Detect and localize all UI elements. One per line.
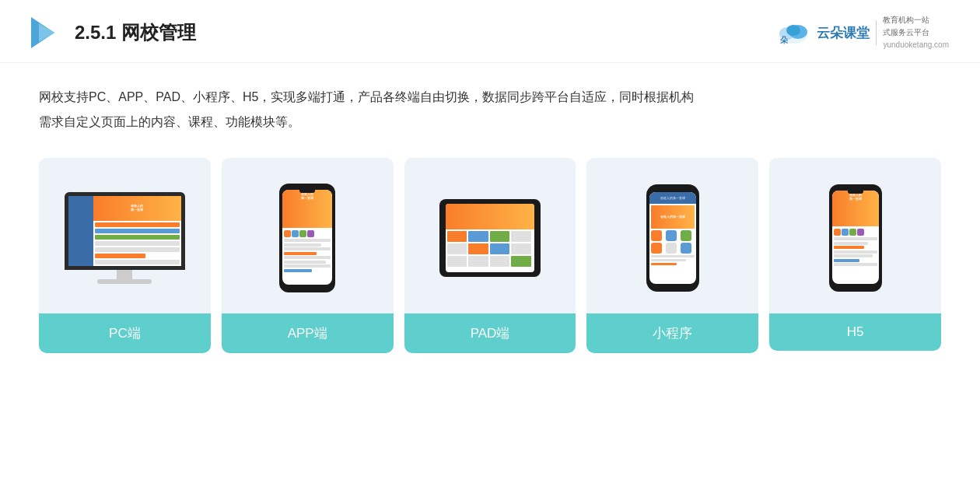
header: 2.5.1 网校管理 朵 云朵课堂 教育机构一站 式服务云平台 yunduoke… [0,0,980,63]
brand-divider [876,20,877,45]
card-pc: 创造人的第一堂课 [39,158,211,353]
svg-marker-1 [39,23,54,42]
header-left: 2.5.1 网校管理 [31,17,196,48]
page-container: 2.5.1 网校管理 朵 云朵课堂 教育机构一站 式服务云平台 yunduoke… [0,0,980,490]
card-pad-image [404,158,576,313]
card-app: 创造人的第一堂课 [222,158,394,353]
card-miniapp-label: 小程序 [586,313,758,353]
card-h5-label: H5 [769,313,941,351]
main-content: 网校支持PC、APP、PAD、小程序、H5，实现多端打通，产品各终端自由切换，数… [0,63,980,372]
brand-name: 云朵课堂 [817,26,870,40]
description-text: 网校支持PC、APP、PAD、小程序、H5，实现多端打通，产品各终端自由切换，数… [39,85,941,135]
app-phone-mockup: 创造人的第一堂课 [279,184,335,292]
card-h5: 创造人的第一堂课 [769,158,941,351]
pc-monitor-mockup: 创造人的第一堂课 [65,192,185,284]
card-app-label: APP端 [222,313,394,353]
device-cards-row: 创造人的第一堂课 [39,158,941,353]
card-h5-image: 创造人的第一堂课 [769,158,941,313]
card-pc-image: 创造人的第一堂课 [39,158,211,313]
page-title: 2.5.1 网校管理 [75,20,196,45]
pad-tablet-mockup [439,199,541,277]
svg-point-5 [786,25,800,36]
cloud-logo-icon: 朵 [776,19,810,46]
miniapp-phone-mockup: 创造人的第一堂课 创造人的第一堂课 [646,184,699,292]
card-pad: PAD端 [404,158,576,353]
h5-phone-mockup: 创造人的第一堂课 [829,184,882,292]
card-pc-label: PC端 [39,313,211,353]
svg-text:朵: 朵 [780,36,789,44]
logo-arrow-icon [31,17,62,48]
brand-logo: 朵 云朵课堂 教育机构一站 式服务云平台 yunduoketang.com [776,14,949,51]
card-pad-label: PAD端 [404,313,576,353]
card-miniapp: 创造人的第一堂课 创造人的第一堂课 [586,158,758,353]
card-app-image: 创造人的第一堂课 [222,158,394,313]
brand-tagline: 教育机构一站 式服务云平台 yunduoketang.com [883,14,949,51]
card-miniapp-image: 创造人的第一堂课 创造人的第一堂课 [586,158,758,313]
